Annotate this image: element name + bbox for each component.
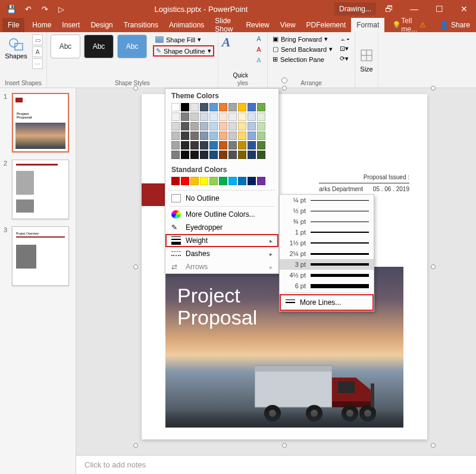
eyedropper-item[interactable]: ✎Eyedropper xyxy=(165,221,278,234)
color-swatch[interactable] xyxy=(171,151,180,159)
color-swatch[interactable] xyxy=(228,141,237,149)
tell-me[interactable]: 💡 Tell me... ⚠ xyxy=(387,18,434,32)
context-tab-drawing[interactable]: Drawing... xyxy=(334,2,376,15)
color-swatch[interactable] xyxy=(257,151,265,159)
color-swatch[interactable] xyxy=(209,132,218,140)
thumb-slot[interactable]: 1 ProjectProposal xyxy=(4,93,72,152)
color-swatch[interactable] xyxy=(171,103,180,111)
color-swatch[interactable] xyxy=(209,103,218,111)
color-swatch[interactable] xyxy=(200,122,208,130)
resize-handle[interactable] xyxy=(431,443,436,448)
redo-icon[interactable]: ↷ xyxy=(38,2,51,15)
color-swatch[interactable] xyxy=(257,177,265,185)
shape-gallery-item[interactable]: ▭ xyxy=(32,35,43,45)
color-swatch[interactable] xyxy=(238,103,246,111)
color-swatch[interactable] xyxy=(248,122,256,130)
thumbnail-3[interactable]: Project Overview xyxy=(12,226,69,286)
group-button[interactable]: ⊡▾ xyxy=(339,44,351,53)
shape-outline-button[interactable]: ✎Shape Outline ▾ xyxy=(153,45,214,57)
tab-animations[interactable]: Animations xyxy=(164,18,209,32)
color-swatch[interactable] xyxy=(219,177,227,185)
rotate-button[interactable]: ⟳▾ xyxy=(339,54,351,63)
tab-review[interactable]: Review xyxy=(240,18,274,32)
weight-option[interactable]: ½ pt xyxy=(280,205,374,216)
resize-handle[interactable] xyxy=(282,443,287,448)
text-outline-button[interactable]: A xyxy=(254,45,264,55)
minimize-icon[interactable]: — xyxy=(402,0,426,18)
color-swatch[interactable] xyxy=(209,177,218,185)
color-swatch[interactable] xyxy=(248,177,256,185)
color-swatch[interactable] xyxy=(190,122,199,130)
color-swatch[interactable] xyxy=(200,177,208,185)
style-gallery[interactable]: Abc Abc Abc xyxy=(51,35,147,58)
color-swatch[interactable] xyxy=(171,132,180,140)
color-swatch[interactable] xyxy=(248,141,256,149)
close-icon[interactable]: ✕ xyxy=(452,0,476,18)
thumbnail-1[interactable]: ProjectProposal xyxy=(12,93,69,152)
color-swatch[interactable] xyxy=(181,177,189,185)
color-swatch[interactable] xyxy=(228,103,237,111)
dashes-item[interactable]: Dashes xyxy=(165,247,278,260)
tab-pdf[interactable]: PDFelement xyxy=(301,18,352,32)
color-swatch[interactable] xyxy=(238,113,246,121)
send-backward-button[interactable]: ▢ Send Backward ▾ xyxy=(271,45,334,54)
more-lines-item[interactable]: More Lines... xyxy=(280,294,374,311)
tab-view[interactable]: View xyxy=(275,18,301,32)
color-swatch[interactable] xyxy=(219,141,227,149)
color-swatch[interactable] xyxy=(228,122,237,130)
color-swatch[interactable] xyxy=(209,113,218,121)
color-swatch[interactable] xyxy=(190,141,199,149)
color-swatch[interactable] xyxy=(181,132,189,140)
resize-handle[interactable] xyxy=(133,86,138,91)
style-preset[interactable]: Abc xyxy=(84,35,114,58)
color-swatch[interactable] xyxy=(248,103,256,111)
color-swatch[interactable] xyxy=(248,132,256,140)
color-swatch[interactable] xyxy=(257,141,265,149)
color-swatch[interactable] xyxy=(181,122,189,130)
color-swatch[interactable] xyxy=(200,113,208,121)
color-swatch[interactable] xyxy=(228,113,237,121)
color-swatch[interactable] xyxy=(228,132,237,140)
color-swatch[interactable] xyxy=(219,132,227,140)
shape-fill-button[interactable]: Shape Fill ▾ xyxy=(153,35,214,45)
weight-option[interactable]: 1½ pt xyxy=(280,238,374,248)
color-swatch[interactable] xyxy=(190,132,199,140)
color-swatch[interactable] xyxy=(190,151,199,159)
thumb-slot[interactable]: 2 xyxy=(4,160,72,219)
color-swatch[interactable] xyxy=(219,103,227,111)
maximize-icon[interactable]: ☐ xyxy=(427,0,451,18)
notes-pane[interactable]: Click to add notes xyxy=(76,455,476,474)
weight-option[interactable]: 1 pt xyxy=(280,227,374,238)
color-swatch[interactable] xyxy=(209,141,218,149)
more-colors-item[interactable]: More Outline Colors... xyxy=(165,208,278,221)
color-swatch[interactable] xyxy=(248,151,256,159)
color-swatch[interactable] xyxy=(200,141,208,149)
color-swatch[interactable] xyxy=(171,113,180,121)
color-swatch[interactable] xyxy=(181,103,189,111)
color-swatch[interactable] xyxy=(200,132,208,140)
align-button[interactable]: ⫠▾ xyxy=(339,35,351,43)
text-effects-button[interactable]: A xyxy=(254,56,264,66)
color-swatch[interactable] xyxy=(228,177,237,185)
weight-option[interactable]: 6 pt xyxy=(280,280,374,291)
start-slideshow-icon[interactable]: ▷ xyxy=(55,2,68,15)
tab-design[interactable]: Design xyxy=(85,18,118,32)
tab-format[interactable]: Format xyxy=(351,18,384,32)
color-swatch[interactable] xyxy=(190,177,199,185)
color-swatch[interactable] xyxy=(190,103,199,111)
tab-home[interactable]: Home xyxy=(27,18,57,32)
color-swatch[interactable] xyxy=(219,122,227,130)
color-swatch[interactable] xyxy=(181,151,189,159)
style-preset[interactable]: Abc xyxy=(117,35,147,58)
color-swatch[interactable] xyxy=(171,141,180,149)
resize-handle[interactable] xyxy=(133,443,138,448)
weight-option[interactable]: ¼ pt xyxy=(280,195,374,205)
tab-insert[interactable]: Insert xyxy=(57,18,85,32)
resize-handle[interactable] xyxy=(282,86,287,91)
undo-icon[interactable]: ↶ xyxy=(21,2,35,15)
restore-icon[interactable]: 🗗 xyxy=(377,0,401,18)
color-swatch[interactable] xyxy=(238,122,246,130)
color-swatch[interactable] xyxy=(171,177,180,185)
resize-handle[interactable] xyxy=(431,86,436,91)
tab-slideshow[interactable]: Slide Show xyxy=(209,18,240,32)
